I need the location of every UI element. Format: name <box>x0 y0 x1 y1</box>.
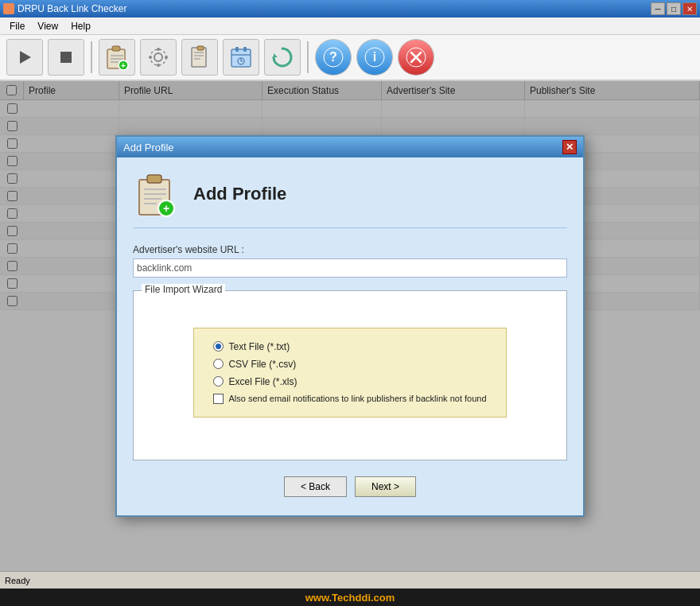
file-options-box: Text File (*.txt) CSV File (*.csv) Excel… <box>193 328 506 418</box>
bottom-bar: www.Techddi.com <box>0 589 700 606</box>
xls-label: Excel File (*.xls) <box>228 376 297 387</box>
play-button[interactable] <box>6 39 43 76</box>
url-label: Advertiser's website URL : <box>133 244 567 255</box>
email-checkbox[interactable] <box>213 394 224 404</box>
svg-text:+: + <box>163 202 169 215</box>
add-profile-dialog: Add Profile ✕ <box>115 135 585 517</box>
svg-rect-15 <box>192 48 206 67</box>
next-button[interactable]: Next > <box>355 476 416 497</box>
toolbar-separator-2 <box>307 41 309 73</box>
dialog-body: + Add Profile Advertiser's website URL :… <box>117 157 583 510</box>
txt-radio[interactable] <box>213 341 224 352</box>
svg-rect-3 <box>112 46 120 51</box>
window-controls: ─ □ ✕ <box>651 2 697 15</box>
menu-view[interactable]: View <box>31 19 64 33</box>
app-title: DRPU Back Link Checker <box>18 3 126 14</box>
report-button[interactable] <box>181 39 218 76</box>
exit-button[interactable] <box>398 39 434 76</box>
dialog-heading: Add Profile <box>193 184 286 204</box>
file-import-wizard: File Import Wizard Text File (*.txt) <box>133 290 567 460</box>
dialog-close-button[interactable]: ✕ <box>562 140 577 154</box>
csv-radio[interactable] <box>213 359 224 369</box>
svg-rect-19 <box>197 46 204 50</box>
svg-text:?: ? <box>329 50 337 64</box>
dialog-title-label: Add Profile <box>123 142 174 153</box>
modal-overlay: Add Profile ✕ <box>0 81 700 571</box>
minimize-button[interactable]: ─ <box>651 2 665 15</box>
dialog-buttons: < Back Next > <box>133 476 567 497</box>
status-text: Ready <box>5 576 30 585</box>
bottom-bar-text: www.Techddi.com <box>305 592 395 604</box>
status-bar: Ready <box>0 571 700 589</box>
menu-bar: File View Help <box>0 17 700 35</box>
dialog-icon: + <box>133 170 181 218</box>
scheduler-button[interactable] <box>223 39 259 76</box>
menu-file[interactable]: File <box>3 19 31 33</box>
csv-label: CSV File (*.csv) <box>228 359 296 370</box>
wizard-legend: File Import Wizard <box>142 284 225 295</box>
toolbar: + <box>0 35 700 81</box>
email-checkbox-label: Also send email notifications to link pu… <box>228 394 486 403</box>
xls-radio[interactable] <box>213 376 224 387</box>
svg-rect-23 <box>243 47 247 52</box>
svg-point-11 <box>157 48 160 51</box>
menu-help[interactable]: Help <box>64 19 97 33</box>
wizard-content: Text File (*.txt) CSV File (*.csv) Excel… <box>146 301 554 444</box>
svg-marker-27 <box>274 53 278 57</box>
close-button[interactable]: ✕ <box>682 2 697 15</box>
back-button[interactable]: < Back <box>284 476 347 497</box>
csv-file-option[interactable]: CSV File (*.csv) <box>213 359 486 370</box>
txt-file-option[interactable]: Text File (*.txt) <box>213 341 486 352</box>
txt-label: Text File (*.txt) <box>228 341 290 352</box>
svg-point-14 <box>165 56 168 59</box>
dialog-header: + Add Profile <box>133 170 567 228</box>
svg-text:+: + <box>121 61 126 70</box>
stop-button[interactable] <box>48 39 84 76</box>
svg-point-9 <box>154 53 162 61</box>
dialog-title-bar: Add Profile ✕ <box>117 137 583 157</box>
help-button[interactable]: ? <box>315 39 352 76</box>
main-area: Profile Profile URL Execution Status Adv… <box>0 81 700 571</box>
app-icon <box>3 3 14 14</box>
maximize-button[interactable]: □ <box>667 2 681 15</box>
email-notification-option[interactable]: Also send email notifications to link pu… <box>213 394 486 404</box>
svg-rect-36 <box>147 175 161 183</box>
svg-point-10 <box>150 49 166 65</box>
info-button[interactable]: i <box>356 39 393 76</box>
svg-rect-1 <box>60 52 72 63</box>
svg-point-12 <box>157 64 160 67</box>
svg-point-13 <box>149 56 152 59</box>
svg-text:i: i <box>373 50 376 64</box>
url-input[interactable] <box>133 258 567 278</box>
svg-rect-22 <box>235 47 239 52</box>
add-profile-button[interactable]: + <box>99 39 135 76</box>
title-bar: DRPU Back Link Checker ─ □ ✕ <box>0 0 700 17</box>
url-section: Advertiser's website URL : <box>133 244 567 278</box>
svg-marker-0 <box>20 51 31 64</box>
toolbar-separator-1 <box>91 41 92 73</box>
xls-file-option[interactable]: Excel File (*.xls) <box>213 376 486 387</box>
clipboard-svg: + <box>133 170 177 218</box>
settings-button[interactable] <box>140 39 177 76</box>
update-button[interactable] <box>264 39 301 76</box>
